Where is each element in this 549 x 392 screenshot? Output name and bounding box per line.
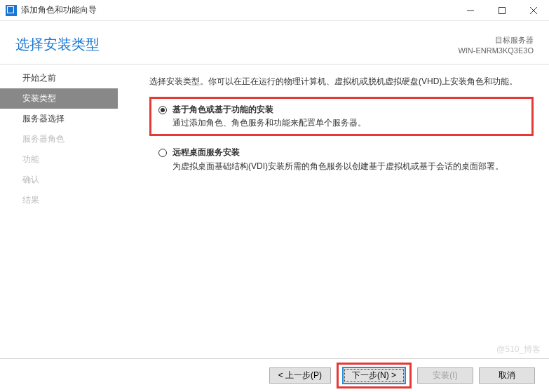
main-panel: 选择安装类型。你可以在正在运行的物理计算机、虚拟机或脱机虚拟硬盘(VHD)上安装… [118, 65, 549, 358]
svg-rect-1 [499, 7, 505, 13]
option-remote-desktop[interactable]: 远程桌面服务安装 为虚拟桌面基础结构(VDI)安装所需的角色服务以创建基于虚拟机… [149, 142, 534, 177]
option-remote-desktop-desc: 为虚拟桌面基础结构(VDI)安装所需的角色服务以创建基于虚拟机或基于会话的桌面部… [172, 160, 527, 173]
sidebar-item-server-selection[interactable]: 服务器选择 [0, 109, 118, 129]
maximize-button[interactable] [486, 0, 517, 20]
target-server-info: 目标服务器 WIN-ENRM3KQ3E3O [458, 35, 534, 57]
install-button: 安装(I) [417, 367, 473, 384]
watermark: @510_博客 [496, 344, 541, 356]
window-buttons [454, 0, 549, 20]
minimize-button[interactable] [454, 0, 486, 20]
sidebar-item-before-begin[interactable]: 开始之前 [0, 68, 118, 88]
sidebar-item-results: 结果 [0, 190, 118, 210]
option-remote-desktop-title: 远程桌面服务安装 [172, 146, 527, 159]
option-role-based[interactable]: 基于角色或基于功能的安装 通过添加角色、角色服务和功能来配置单个服务器。 [149, 97, 534, 136]
header: 选择安装类型 目标服务器 WIN-ENRM3KQ3E3O [0, 21, 549, 65]
sidebar-item-features: 功能 [0, 149, 118, 170]
radio-role-based[interactable] [158, 106, 167, 114]
option-role-based-title: 基于角色或基于功能的安装 [172, 103, 524, 116]
sidebar-item-confirm: 确认 [0, 170, 118, 190]
sidebar-item-server-roles: 服务器角色 [0, 129, 118, 149]
prev-button[interactable]: < 上一步(P) [269, 367, 331, 384]
option-role-based-desc: 通过添加角色、角色服务和功能来配置单个服务器。 [172, 116, 524, 130]
target-server-name: WIN-ENRM3KQ3E3O [458, 46, 534, 56]
page-title: 选择安装类型 [15, 35, 100, 54]
wizard-steps-sidebar: 开始之前 安装类型 服务器选择 服务器角色 功能 确认 结果 [0, 65, 118, 358]
intro-text: 选择安装类型。你可以在正在运行的物理计算机、虚拟机或脱机虚拟硬盘(VHD)上安装… [149, 75, 534, 88]
footer: < 上一步(P) 下一步(N) > 安装(I) 取消 [0, 358, 549, 392]
close-button[interactable] [517, 0, 549, 20]
sidebar-item-install-type[interactable]: 安装类型 [0, 88, 118, 109]
next-button-highlight: 下一步(N) > [337, 363, 412, 388]
window-title: 添加角色和功能向导 [21, 4, 454, 16]
wizard-icon [6, 5, 17, 16]
cancel-button[interactable]: 取消 [479, 367, 535, 384]
next-button[interactable]: 下一步(N) > [343, 367, 405, 384]
target-server-label: 目标服务器 [458, 35, 534, 46]
titlebar: 添加角色和功能向导 [0, 0, 549, 21]
content-body: 开始之前 安装类型 服务器选择 服务器角色 功能 确认 结果 选择安装类型。你可… [0, 65, 549, 358]
radio-remote-desktop[interactable] [158, 149, 167, 157]
